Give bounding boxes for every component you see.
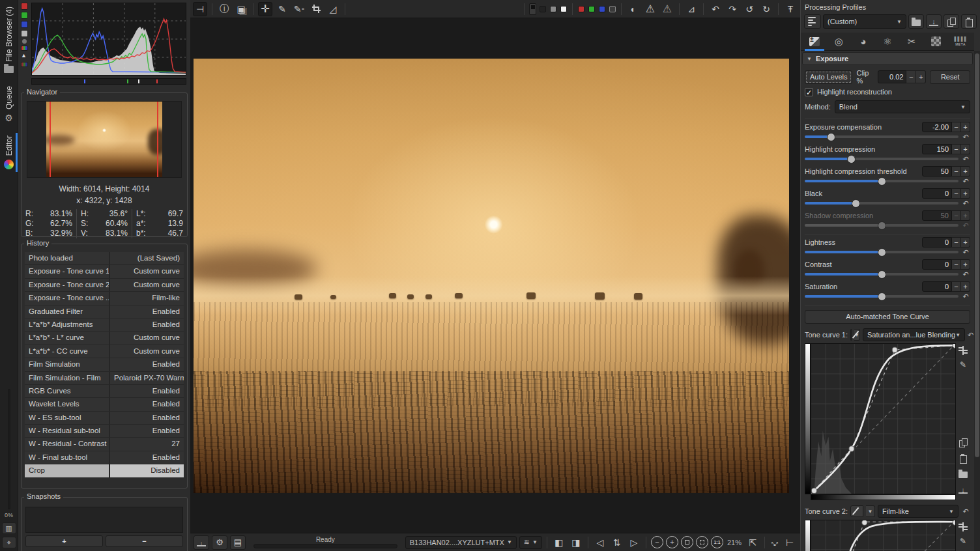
increment-button[interactable]: + xyxy=(961,237,970,247)
history-row[interactable]: W - Residual sub-toolEnabled xyxy=(25,425,184,438)
decrement-button[interactable]: − xyxy=(952,144,961,154)
fullscreen-icon[interactable]: ↔↔ xyxy=(770,537,780,548)
next-image-icon[interactable]: ▷ xyxy=(627,535,641,550)
slider-track[interactable] xyxy=(805,251,958,253)
tab-detail[interactable]: ◎ xyxy=(830,34,847,49)
profile-select[interactable]: (Custom) ▼ xyxy=(823,14,906,29)
history-row[interactable]: W - Final sub-toolEnabled xyxy=(25,451,184,464)
slider-track[interactable] xyxy=(805,273,958,276)
image-canvas[interactable] xyxy=(190,18,800,533)
history-row[interactable]: Photo loaded(Last Saved) xyxy=(25,252,184,265)
reset-icon[interactable]: ↶ xyxy=(961,292,970,301)
curve-paste-icon[interactable] xyxy=(958,454,968,464)
tab-raw[interactable] xyxy=(928,34,945,49)
soft-proofing-select[interactable]: ≋ ▼ xyxy=(519,536,542,549)
hide-left-panel-icon[interactable]: ⊣ xyxy=(193,2,207,16)
highlight-reconstruction-checkbox[interactable]: ✓ Highlight reconstruction xyxy=(805,85,970,99)
auto-matched-tone-curve-button[interactable]: Auto-matched Tone Curve xyxy=(805,310,970,324)
white-balance-picker-icon[interactable]: ✎ xyxy=(275,2,289,16)
preview-white-bg[interactable] xyxy=(560,6,567,12)
tab-metadata[interactable]: ‖‖‖‖META xyxy=(952,34,969,49)
increment-button[interactable]: + xyxy=(961,281,970,292)
tab-exposure[interactable] xyxy=(806,34,823,49)
luminance-channel-toggle[interactable] xyxy=(21,30,28,37)
tab-file-browser[interactable]: File Browser (4) xyxy=(0,0,18,79)
delete-snapshot-button[interactable]: − xyxy=(106,535,183,547)
increment-button[interactable]: + xyxy=(961,166,970,177)
increment-button[interactable]: + xyxy=(961,188,970,199)
paste-profile-button[interactable] xyxy=(961,14,977,29)
increment-button[interactable]: + xyxy=(961,144,970,154)
tone-curve-1-editor[interactable]: ✎ xyxy=(805,343,970,494)
reset-icon[interactable]: ↶ xyxy=(961,199,970,208)
monitor-profile-select[interactable]: B133HAN02....XYZLUT+MTX ▼ xyxy=(405,536,517,549)
tab-color[interactable]: ◕ xyxy=(855,34,872,49)
history-row[interactable]: Wavelet LevelsEnabled xyxy=(25,398,184,411)
auto-levels-button[interactable]: Auto Levels xyxy=(805,70,852,84)
blue-channel-toggle[interactable] xyxy=(21,21,28,28)
history-row[interactable]: L*a*b* - CC curveCustom curve xyxy=(25,345,184,358)
focus-mask-icon[interactable]: ◐ xyxy=(626,2,641,16)
photo-preview[interactable] xyxy=(194,59,789,493)
red-channel-toggle[interactable] xyxy=(21,3,28,10)
method-select[interactable]: Blend ▼ xyxy=(835,100,970,113)
history-row[interactable]: Graduated FilterEnabled xyxy=(25,305,184,318)
tab-editor[interactable]: Editor xyxy=(0,129,18,176)
decrement-button[interactable]: − xyxy=(952,166,961,177)
copy-profile-button[interactable] xyxy=(944,14,959,29)
crop-tool-icon[interactable] xyxy=(309,2,323,16)
checkbox-checked-icon[interactable]: ✓ xyxy=(805,88,813,96)
tab-advanced[interactable]: ⚛ xyxy=(879,34,896,49)
history-row[interactable]: Exposure - Tone curve 1Custom curve xyxy=(25,265,184,278)
right-panel-scrollbar[interactable] xyxy=(974,51,980,551)
straighten-tool-icon[interactable]: ◿ xyxy=(326,2,340,16)
show-right-panel-icon[interactable]: ⊢ xyxy=(783,535,797,550)
zoom-100-icon[interactable]: 1:1 xyxy=(711,536,723,548)
reset-icon[interactable]: ↶ xyxy=(961,133,970,141)
decrement-button[interactable]: − xyxy=(952,188,961,199)
slider-track[interactable] xyxy=(805,135,958,138)
color-picker-icon[interactable]: ✎≡ xyxy=(292,2,306,16)
image-info-icon[interactable]: ⓘ xyxy=(217,2,231,16)
zoom-fit-crop-icon[interactable] xyxy=(696,536,708,548)
tone-curve-2-editor[interactable]: ✎ xyxy=(805,520,970,551)
reset-icon[interactable]: ↶ xyxy=(961,270,970,279)
chromaticity-toggle[interactable] xyxy=(22,39,27,44)
tab-queue[interactable]: Queue ⚙ xyxy=(0,79,18,129)
history-row-selected[interactable]: CropDisabled xyxy=(25,464,184,477)
history-row[interactable]: Exposure - Tone curve ...Film-like xyxy=(25,292,184,305)
clip-value[interactable]: 0.02 xyxy=(878,70,906,83)
curve-type-icon[interactable] xyxy=(850,329,852,341)
preview-background-icon[interactable] xyxy=(529,3,536,15)
history-row[interactable]: W - ES sub-toolEnabled xyxy=(25,412,184,425)
batch-process-button[interactable]: ⚙ xyxy=(212,535,227,550)
curve-load-icon[interactable] xyxy=(958,470,968,480)
revert-saved-icon[interactable]: ↺ xyxy=(742,2,757,16)
preview-green-channel[interactable] xyxy=(588,6,595,12)
curve-copy-icon[interactable] xyxy=(958,438,968,449)
histogram-profile-icon[interactable]: ⊿ xyxy=(684,2,699,16)
curve-edit-pencil-icon[interactable]: ✎ xyxy=(960,537,966,546)
decrement-button[interactable]: − xyxy=(952,237,961,247)
hide-right-panel-icon[interactable]: Ŧ xyxy=(783,2,798,16)
scale-mode-toggle[interactable] xyxy=(21,62,28,67)
tone-curve-1-mode-select[interactable]: Saturation an...lue Blending ▼ xyxy=(863,328,965,341)
exposure-reset-button[interactable]: Reset xyxy=(930,70,970,84)
swap-view-icon[interactable]: ⇅ xyxy=(610,535,624,550)
green-channel-toggle[interactable] xyxy=(21,12,28,19)
center-view-button[interactable]: ⌖ xyxy=(2,537,16,548)
bar-mode-toggle[interactable]: ▲ xyxy=(21,53,28,60)
filmstrip-toggle-button[interactable]: ▥ xyxy=(2,522,16,534)
before-after-view-icon[interactable]: ▣ xyxy=(234,2,248,16)
hand-tool-icon[interactable]: ✛ xyxy=(258,2,272,16)
preview-blue-channel[interactable] xyxy=(599,6,605,12)
clip-decrement[interactable]: − xyxy=(906,70,916,83)
send-to-queue-button[interactable]: ▤ xyxy=(230,535,246,550)
slider-track[interactable] xyxy=(805,180,958,182)
snapshots-list[interactable] xyxy=(25,507,183,533)
previous-image-icon[interactable]: ◁ xyxy=(593,535,607,550)
highlight-clipping-icon[interactable]: ⚠ xyxy=(660,2,674,16)
history-row[interactable]: L*a*b* - L* curveCustom curve xyxy=(25,332,184,345)
reset-icon[interactable]: ↶ xyxy=(961,177,970,186)
history-row[interactable]: Film Simulation - FilmPolaroid PX-70 War… xyxy=(25,372,184,385)
